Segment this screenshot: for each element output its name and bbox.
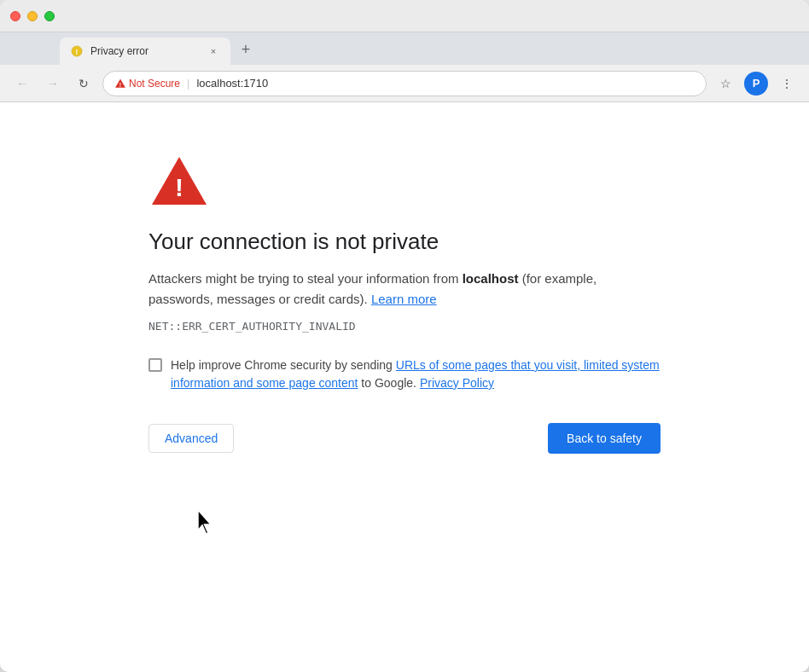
profile-avatar[interactable]: P — [744, 72, 768, 96]
tab-favicon: ! — [70, 44, 84, 58]
checkbox-suffix: to Google. — [358, 376, 416, 390]
advanced-button[interactable]: Advanced — [148, 424, 234, 453]
not-secure-badge: ! Not Secure — [115, 78, 180, 90]
svg-text:!: ! — [175, 173, 183, 201]
warning-triangle-icon: ! — [148, 154, 210, 208]
bookmark-button[interactable]: ☆ — [713, 72, 737, 96]
error-description-prefix: Attackers might be trying to steal your … — [148, 271, 463, 286]
url-bar[interactable]: ! Not Secure | localhost:1710 — [102, 71, 707, 96]
error-icon: ! — [148, 154, 661, 211]
buttons-row: Advanced Back to safety — [148, 423, 661, 454]
error-code: NET::ERR_CERT_AUTHORITY_INVALID — [148, 320, 661, 333]
maximize-window-button[interactable] — [44, 11, 55, 21]
active-tab[interactable]: ! Privacy error × — [60, 38, 230, 65]
addressbar: ← → ↻ ! Not Secure | localhost:1710 ☆ P — [0, 65, 809, 102]
page-content: ! Your connection is not private Attacke… — [0, 102, 809, 672]
error-host: localhost — [463, 271, 519, 286]
warning-icon: ! — [115, 78, 125, 89]
svg-text:!: ! — [119, 81, 121, 87]
url-text: localhost:1710 — [196, 77, 268, 90]
svg-text:!: ! — [76, 48, 79, 56]
error-title: Your connection is not private — [148, 229, 661, 255]
checkbox-prefix: Help improve Chrome security by sending — [171, 358, 396, 372]
error-container: ! Your connection is not private Attacke… — [148, 154, 661, 454]
improve-security-checkbox[interactable] — [148, 358, 162, 372]
back-button[interactable]: ← — [10, 72, 34, 96]
titlebar — [0, 0, 809, 32]
browser-window: ! Privacy error × + ← → ↻ ! Not Secure — [0, 0, 809, 672]
privacy-policy-link[interactable]: Privacy Policy — [420, 376, 494, 390]
reload-button[interactable]: ↻ — [72, 72, 96, 96]
new-tab-button[interactable]: + — [234, 38, 258, 61]
tab-title: Privacy error — [90, 45, 200, 57]
browser-menu-button[interactable]: ⋮ — [775, 72, 799, 96]
forward-button[interactable]: → — [41, 72, 65, 96]
url-separator: | — [187, 77, 189, 90]
traffic-lights — [10, 11, 55, 21]
checkbox-row: Help improve Chrome security by sending … — [148, 356, 661, 392]
close-tab-button[interactable]: × — [207, 44, 220, 58]
close-window-button[interactable] — [10, 11, 20, 21]
back-to-safety-button[interactable]: Back to safety — [548, 423, 661, 454]
learn-more-link[interactable]: Learn more — [371, 292, 437, 306]
checkbox-label: Help improve Chrome security by sending … — [171, 356, 661, 392]
error-description: Attackers might be trying to steal your … — [148, 269, 661, 310]
minimize-window-button[interactable] — [27, 11, 38, 21]
tabs-bar: ! Privacy error × + — [0, 32, 809, 65]
not-secure-label: Not Secure — [129, 78, 180, 90]
